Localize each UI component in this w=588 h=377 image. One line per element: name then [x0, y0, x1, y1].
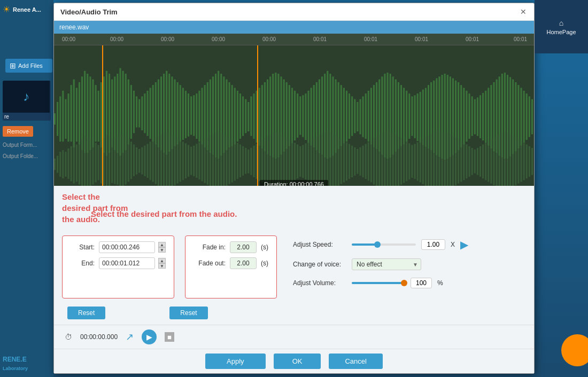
- svg-rect-192: [98, 145, 99, 180]
- svg-rect-89: [297, 93, 298, 138]
- reset-trim-button[interactable]: Reset: [67, 307, 105, 319]
- svg-rect-240: [229, 138, 230, 184]
- apply-button[interactable]: Apply: [205, 354, 266, 369]
- start-marker-line: [102, 45, 103, 186]
- svg-rect-283: [346, 142, 347, 180]
- fade-in-input[interactable]: [230, 241, 257, 253]
- export-button[interactable]: ↗: [126, 331, 134, 343]
- start-input[interactable]: [99, 241, 155, 253]
- svg-rect-204: [130, 142, 132, 179]
- svg-rect-70: [245, 99, 246, 133]
- voice-select[interactable]: No effect: [352, 258, 421, 270]
- music-note-icon: ♪: [23, 89, 29, 104]
- svg-rect-37: [155, 82, 157, 145]
- svg-rect-217: [166, 131, 167, 186]
- svg-rect-324: [458, 139, 459, 184]
- adjust-speed-label: Adjust Speed:: [293, 241, 346, 248]
- svg-rect-231: [204, 139, 206, 183]
- ok-button[interactable]: OK: [274, 354, 321, 369]
- svg-rect-49: [188, 93, 189, 137]
- play-button[interactable]: ▶: [142, 329, 157, 344]
- svg-rect-288: [359, 147, 361, 176]
- waveform-svg: [54, 45, 534, 186]
- svg-rect-322: [452, 136, 454, 186]
- change-voice-label: Change of voice:: [293, 261, 346, 268]
- svg-rect-316: [436, 130, 437, 186]
- svg-rect-69: [242, 96, 244, 136]
- speed-slider-fill: [352, 244, 377, 246]
- svg-rect-308: [414, 144, 416, 179]
- svg-rect-109: [351, 96, 353, 136]
- svg-rect-270: [311, 140, 312, 183]
- svg-rect-309: [417, 142, 419, 180]
- svg-rect-212: [152, 140, 154, 182]
- fade-out-input[interactable]: [230, 257, 257, 269]
- end-spin-up[interactable]: ▲: [158, 258, 166, 263]
- svg-rect-16: [98, 91, 99, 142]
- start-spin-down[interactable]: ▼: [158, 247, 166, 253]
- close-icon[interactable]: ✕: [519, 7, 528, 16]
- svg-rect-115: [368, 91, 369, 142]
- tick-1: 00:00: [110, 36, 123, 42]
- svg-rect-200: [119, 133, 121, 186]
- add-files-button[interactable]: ⊞ Add Files: [5, 59, 52, 73]
- svg-rect-154: [474, 99, 476, 135]
- svg-rect-238: [223, 134, 225, 186]
- svg-rect-15: [95, 85, 97, 142]
- svg-rect-255: [269, 134, 271, 186]
- clock-icon: ⏱: [65, 333, 72, 341]
- svg-rect-257: [275, 131, 276, 186]
- play-speed-icon[interactable]: ▶: [460, 238, 468, 251]
- volume-slider-track[interactable]: [352, 282, 405, 284]
- speed-slider-track[interactable]: [352, 244, 416, 246]
- svg-rect-110: [354, 99, 355, 133]
- reset-fade-button[interactable]: Reset: [169, 307, 207, 319]
- remove-button[interactable]: Remove: [3, 126, 33, 137]
- svg-rect-133: [417, 93, 419, 141]
- svg-rect-132: [414, 95, 416, 138]
- home-icon: ⌂: [559, 19, 563, 27]
- svg-rect-209: [144, 146, 145, 176]
- svg-rect-6: [71, 85, 72, 142]
- svg-rect-268: [305, 143, 306, 179]
- svg-rect-53: [198, 91, 200, 142]
- right-params: Adjust Speed: X ▶ Change of voice:: [288, 235, 526, 299]
- svg-rect-107: [346, 91, 347, 142]
- end-marker-line: [257, 45, 258, 186]
- svg-rect-151: [466, 91, 467, 142]
- start-spin-up[interactable]: ▲: [158, 242, 166, 247]
- svg-rect-52: [196, 93, 197, 139]
- svg-rect-187: [84, 136, 86, 186]
- stop-button[interactable]: ■: [165, 332, 174, 342]
- svg-rect-158: [485, 91, 486, 143]
- svg-rect-32: [141, 96, 143, 130]
- cancel-button[interactable]: Cancel: [329, 354, 382, 369]
- svg-rect-33: [144, 93, 145, 133]
- volume-value-input[interactable]: [411, 278, 432, 288]
- end-spin-down[interactable]: ▼: [158, 263, 166, 269]
- svg-rect-251: [259, 142, 260, 181]
- svg-rect-94: [311, 88, 312, 146]
- svg-rect-28: [130, 85, 132, 139]
- svg-rect-237: [220, 132, 222, 186]
- homepage-area[interactable]: ⌂ HomePage: [535, 0, 588, 53]
- svg-rect-272: [316, 137, 318, 186]
- svg-rect-327: [466, 145, 467, 179]
- svg-rect-291: [368, 142, 369, 180]
- svg-rect-127: [400, 85, 402, 146]
- end-input[interactable]: [99, 257, 155, 269]
- svg-rect-173: [526, 93, 528, 140]
- svg-rect-203: [128, 139, 129, 182]
- homepage-label: HomePage: [546, 29, 576, 35]
- svg-rect-265: [297, 145, 298, 179]
- speed-value-input[interactable]: [421, 239, 445, 250]
- svg-rect-296: [381, 133, 383, 186]
- svg-rect-303: [400, 138, 402, 185]
- file-thumbnail: ♪ re: [3, 81, 51, 121]
- thumbnail-image: ♪: [3, 81, 50, 113]
- svg-rect-248: [250, 148, 252, 175]
- svg-rect-253: [264, 138, 266, 185]
- svg-rect-171: [520, 88, 522, 146]
- svg-rect-300: [392, 133, 394, 186]
- svg-rect-292: [370, 140, 372, 182]
